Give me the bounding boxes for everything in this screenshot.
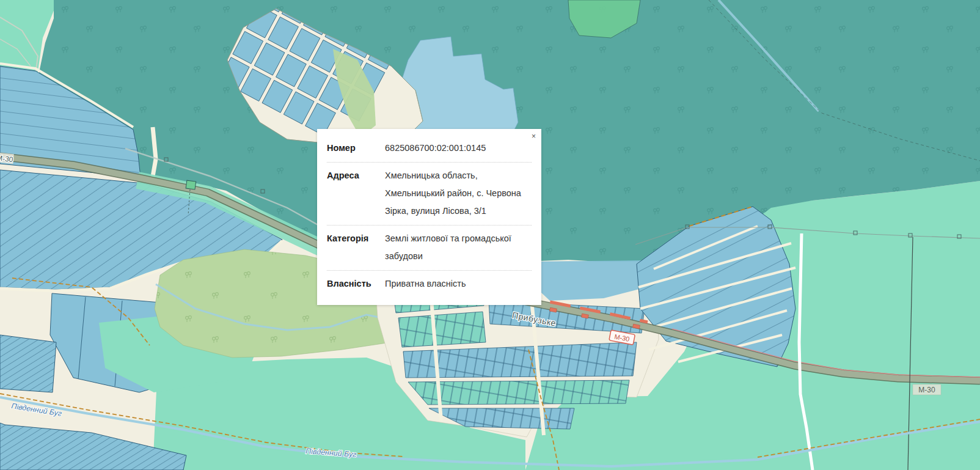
popup-row-label: Категорія [327,230,385,265]
popup-row-label: Власність [327,275,385,293]
popup-row-value: Приватна власність [385,275,529,293]
road-label-left: М-30 [0,153,13,164]
popup-row: Номер 6825086700:02:001:0145 [327,135,532,163]
popup-row-label: Номер [327,139,385,157]
popup-row-value: Землі житлової та громадської забудови [385,230,529,265]
substation [186,180,196,189]
svg-text:М-30: М-30 [918,386,935,394]
map-viewport[interactable]: М-30 Прибузьке М-30 М-30 Південний Буг П… [0,0,980,470]
popup-close-button[interactable]: × [532,133,536,140]
parcel-info-popup: × Номер 6825086700:02:001:0145 Адреса Хм… [317,129,541,305]
popup-row-value: Хмельницька область, Хмельницький район,… [385,167,529,220]
popup-row: Адреса Хмельницька область, Хмельницький… [327,163,532,226]
popup-row: Власність Приватна власність [327,271,532,298]
road-label-right: М-30 [913,384,941,395]
popup-row-value: 6825086700:02:001:0145 [385,139,529,157]
popup-row: Категорія Землі житлової та громадської … [327,226,532,271]
popup-row-label: Адреса [327,167,385,220]
